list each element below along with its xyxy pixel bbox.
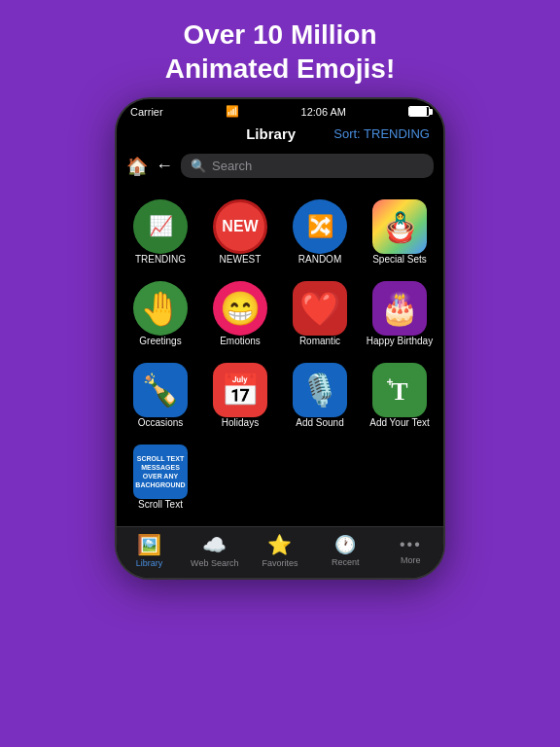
carrier-label: Carrier <box>130 106 163 118</box>
status-bar: Carrier 📶 12:06 AM <box>117 99 443 120</box>
battery-icon <box>408 106 430 117</box>
tab-more-label: More <box>401 555 421 565</box>
tab-favorites[interactable]: ⭐ Favorites <box>255 533 305 568</box>
grid-item-special-sets[interactable]: 🪆 Special Sets <box>360 192 439 273</box>
trending-svg: 📈 <box>144 210 177 243</box>
special-sets-icon: 🪆 <box>372 199 427 254</box>
time-display: 12:06 AM <box>301 106 346 118</box>
search-icon: 🔍 <box>191 159 206 173</box>
tab-favorites-label: Favorites <box>262 558 298 568</box>
new-text: NEW <box>222 218 258 235</box>
grid-item-occasions[interactable]: 🍾 Occasions <box>121 355 200 437</box>
birthday-icon: 🎂 <box>372 281 427 336</box>
smile-emoji: 😁 <box>220 289 261 328</box>
grid-item-random[interactable]: 🔀 RANDOM <box>280 192 360 273</box>
back-button[interactable]: ← <box>156 156 173 176</box>
svg-text:T: T <box>391 377 407 406</box>
scroll-text-icon: SCROLL TEXT MESSAGES OVER ANY BACHGROUND <box>133 445 188 499</box>
special-sets-emoji: 🪆 <box>382 210 418 244</box>
svg-text:🔀: 🔀 <box>307 213 334 239</box>
shuffle-svg: 🔀 <box>302 209 337 244</box>
happy-birthday-label: Happy Birthday <box>367 336 433 347</box>
trending-label: TRENDING <box>135 254 186 266</box>
wifi-icon: 📶 <box>226 105 239 118</box>
holidays-icon: 📅 <box>213 363 267 417</box>
greetings-icon: 🤚 <box>133 281 188 336</box>
tab-web-search-label: Web Search <box>191 558 238 568</box>
battery-indicator <box>408 106 430 117</box>
search-input[interactable]: Search <box>212 159 424 173</box>
grid-item-romantic[interactable]: ❤️ Romantic <box>280 273 360 355</box>
add-your-text-label: Add Your Text <box>369 417 430 429</box>
library-icon: 🖼️ <box>137 533 161 556</box>
toolbar: 🏠 ← 🔍 Search <box>117 148 443 184</box>
microphone-emoji: 🎙️ <box>300 372 339 409</box>
newest-icon: NEW <box>213 199 267 254</box>
web-search-icon: ☁️ <box>202 533 227 556</box>
grid-item-greetings[interactable]: 🤚 Greetings <box>121 273 200 355</box>
more-icon: ••• <box>400 536 422 553</box>
tab-library[interactable]: 🖼️ Library <box>124 533 175 568</box>
grid-item-add-your-text[interactable]: T + Add Your Text <box>360 355 439 437</box>
special-sets-label: Special Sets <box>372 254 427 266</box>
tab-recent[interactable]: 🕐 Recent <box>320 534 370 567</box>
heart-emoji: ❤️ <box>299 289 340 328</box>
birthday-emoji: 🎂 <box>380 290 419 327</box>
tab-recent-label: Recent <box>332 557 360 567</box>
tab-more[interactable]: ••• More <box>385 536 436 565</box>
add-sound-label: Add Sound <box>296 417 344 429</box>
occasions-icon: 🍾 <box>133 363 188 417</box>
svg-text:+: + <box>386 375 393 389</box>
trending-icon: 📈 <box>133 199 188 254</box>
favorites-icon: ⭐ <box>267 533 292 556</box>
emotions-icon: 😁 <box>213 281 267 336</box>
romantic-label: Romantic <box>299 336 340 347</box>
grid-item-add-sound[interactable]: 🎙️ Add Sound <box>280 355 360 437</box>
random-icon: 🔀 <box>293 199 347 254</box>
sort-button[interactable]: Sort: TRENDING <box>333 126 430 141</box>
text-icon: T + <box>372 363 427 417</box>
tab-web-search[interactable]: ☁️ Web Search <box>190 533 240 568</box>
occasions-label: Occasions <box>138 417 184 429</box>
nav-title: Library <box>246 125 296 142</box>
grid-item-emotions[interactable]: 😁 Emotions <box>200 273 280 355</box>
nav-bar: Library Sort: TRENDING <box>117 120 443 148</box>
headline-line1: Over 10 Million <box>183 19 376 50</box>
occasions-emoji: 🍾 <box>141 372 180 409</box>
grid-item-scroll-text[interactable]: SCROLL TEXT MESSAGES OVER ANY BACHGROUND… <box>121 437 200 518</box>
svg-text:📈: 📈 <box>149 214 173 237</box>
header-banner: Over 10 Million Animated Emojis! <box>0 0 560 97</box>
romantic-icon: ❤️ <box>293 281 347 336</box>
holidays-label: Holidays <box>222 417 259 429</box>
headline-line2: Animated Emojis! <box>165 53 395 84</box>
emoji-grid: 📈 TRENDING NEW NEWEST 🔀 RANDOM <box>117 184 443 526</box>
newest-label: NEWEST <box>220 254 262 266</box>
scroll-text-inner: SCROLL TEXT MESSAGES OVER ANY BACHGROUND <box>133 452 188 491</box>
emotions-label: Emotions <box>220 336 261 347</box>
tab-library-label: Library <box>136 558 163 568</box>
grid-item-newest[interactable]: NEW NEWEST <box>200 192 280 273</box>
phone-frame: Carrier 📶 12:06 AM Library Sort: TRENDIN… <box>115 97 445 580</box>
sound-icon: 🎙️ <box>293 363 347 417</box>
grid-item-holidays[interactable]: 📅 Holidays <box>200 355 280 437</box>
grid-item-happy-birthday[interactable]: 🎂 Happy Birthday <box>360 273 439 355</box>
greetings-label: Greetings <box>139 336 181 347</box>
search-bar[interactable]: 🔍 Search <box>181 154 434 178</box>
headline: Over 10 Million Animated Emojis! <box>0 0 560 97</box>
hand-emoji: 🤚 <box>140 289 181 328</box>
tab-bar: 🖼️ Library ☁️ Web Search ⭐ Favorites 🕐 R… <box>117 526 443 578</box>
home-button[interactable]: 🏠 <box>126 156 148 177</box>
text-t-svg: T + <box>380 371 419 409</box>
random-label: RANDOM <box>298 254 341 266</box>
recent-icon: 🕐 <box>334 534 356 555</box>
holidays-emoji: 📅 <box>221 372 260 409</box>
grid-item-trending[interactable]: 📈 TRENDING <box>121 192 200 273</box>
scroll-text-label: Scroll Text <box>138 499 183 511</box>
